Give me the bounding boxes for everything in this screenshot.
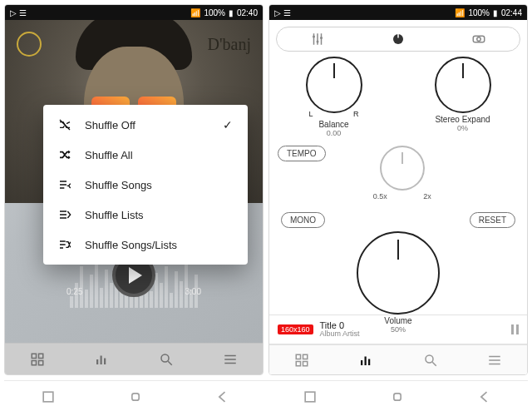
home-icon[interactable] [389,389,406,405]
svg-point-15 [320,37,323,39]
play-icon [129,267,142,284]
status-bar: ▷ ☰ 📶 100% ▮ 02:40 [5,5,263,20]
status-battery-icon: ▮ [493,8,498,17]
sliders-icon[interactable] [310,32,325,47]
svg-rect-21 [303,354,307,359]
reset-button[interactable]: RESET [470,212,515,228]
svg-rect-35 [393,393,400,399]
art-badge: 160x160 [278,324,313,334]
svg-rect-24 [361,360,362,365]
status-battery-icon: ▮ [229,8,234,17]
screen-controls: ▷ ☰ 📶 100% ▮ 02:44 LR Balance 0.00 [268,4,528,375]
svg-line-9 [168,361,172,365]
shuffle-songs-lists-item[interactable]: Shuffle Songs/Lists [43,230,248,260]
balance-left-label: L [309,110,313,118]
status-bar: ▷ ☰ 📶 100% ▮ 02:44 [269,5,527,20]
bottom-nav [269,344,527,374]
svg-rect-33 [131,393,138,399]
shuffle-lists-icon [58,208,71,221]
status-battery: 100% [204,8,225,17]
shuffle-songs-item[interactable]: Shuffle Songs [43,170,248,200]
recents-icon[interactable] [40,389,57,405]
surround-icon[interactable] [471,32,486,47]
svg-rect-2 [38,354,42,358]
shuffle-menu: Shuffle Off ✓ Shuffle All Shuffle Songs … [43,105,248,265]
equalizer-icon[interactable] [94,352,109,367]
svg-rect-22 [296,361,300,365]
search-icon[interactable] [159,352,174,367]
svg-rect-4 [38,360,42,364]
home-icon[interactable] [127,389,144,405]
back-icon[interactable] [214,389,231,405]
status-time: 02:44 [501,8,522,17]
artist-signature: D'banj [208,35,251,54]
status-time: 02:40 [237,8,258,17]
svg-rect-7 [104,358,106,364]
svg-rect-3 [32,360,36,364]
menu-item-label: Shuffle Songs/Lists [85,239,177,251]
track-subtitle: Album Artist [320,330,360,339]
status-wifi-icon: 📶 [190,8,200,17]
balance-knob[interactable]: LR Balance 0.00 [306,57,362,137]
android-softkeys [4,380,528,412]
mode-selector [276,27,520,52]
svg-rect-25 [365,356,367,365]
now-playing-bar[interactable]: 160x160 Title 0 Album Artist [269,314,527,344]
tempo-max: 2x [423,192,431,201]
check-icon: ✓ [223,118,233,131]
balance-right-label: R [353,110,359,118]
svg-rect-6 [101,355,102,364]
library-icon[interactable] [30,352,45,367]
stereo-label: Stereo Expand [435,115,491,124]
status-battery: 100% [468,8,490,17]
shuffle-songs-lists-icon [58,238,71,251]
menu-item-label: Shuffle Lists [85,209,144,221]
balance-label: Balance [306,120,362,129]
status-indicators: ▷ ☰ [274,8,291,17]
bottom-nav [5,343,263,374]
svg-rect-34 [305,392,315,402]
shuffle-songs-icon [58,178,71,191]
svg-rect-32 [43,392,53,402]
svg-point-8 [161,354,169,362]
balance-value: 0.00 [306,129,362,137]
mono-button[interactable]: MONO [281,212,325,228]
status-indicators: ▷ ☰ [10,8,27,17]
pause-icon[interactable] [511,324,519,334]
menu-item-label: Shuffle Songs [85,179,152,191]
svg-line-28 [432,362,436,366]
svg-rect-1 [32,354,36,358]
controls-body: LR Balance 0.00 Stereo Expand 0% TEMPO 0… [269,20,527,374]
menu-item-label: Shuffle Off [85,119,135,131]
shuffle-off-item[interactable]: Shuffle Off ✓ [43,110,248,140]
svg-point-19 [477,37,481,42]
tempo-knob[interactable]: 0.5x 2x [373,146,431,201]
tempo-min: 0.5x [373,192,387,201]
svg-point-27 [426,355,433,363]
menu-item-label: Shuffle All [85,149,133,161]
menu-icon[interactable] [223,352,238,367]
back-icon[interactable] [476,389,493,405]
shuffle-icon [58,148,71,161]
search-icon[interactable] [423,353,438,368]
recents-icon[interactable] [302,389,318,405]
stereo-expand-knob[interactable]: Stereo Expand 0% [435,57,491,137]
svg-rect-20 [296,354,300,359]
screen-player: ▷ ☰ 📶 100% ▮ 02:40 D'banj 0:25 3:00 [4,4,264,375]
crest-icon [17,32,42,57]
shuffle-lists-item[interactable]: Shuffle Lists [43,200,248,230]
equalizer-icon[interactable] [358,353,373,368]
library-icon[interactable] [294,353,309,368]
svg-point-14 [316,41,318,43]
tempo-button[interactable]: TEMPO [278,146,326,161]
shuffle-off-icon [58,118,71,131]
svg-line-0 [60,120,70,130]
svg-rect-26 [368,359,370,365]
shuffle-all-item[interactable]: Shuffle All [43,140,248,170]
menu-icon[interactable] [487,353,502,368]
dial-icon[interactable] [391,32,406,47]
stereo-value: 0% [435,124,491,132]
svg-rect-23 [303,361,307,365]
svg-point-13 [313,36,315,38]
status-wifi-icon: 📶 [455,8,465,17]
